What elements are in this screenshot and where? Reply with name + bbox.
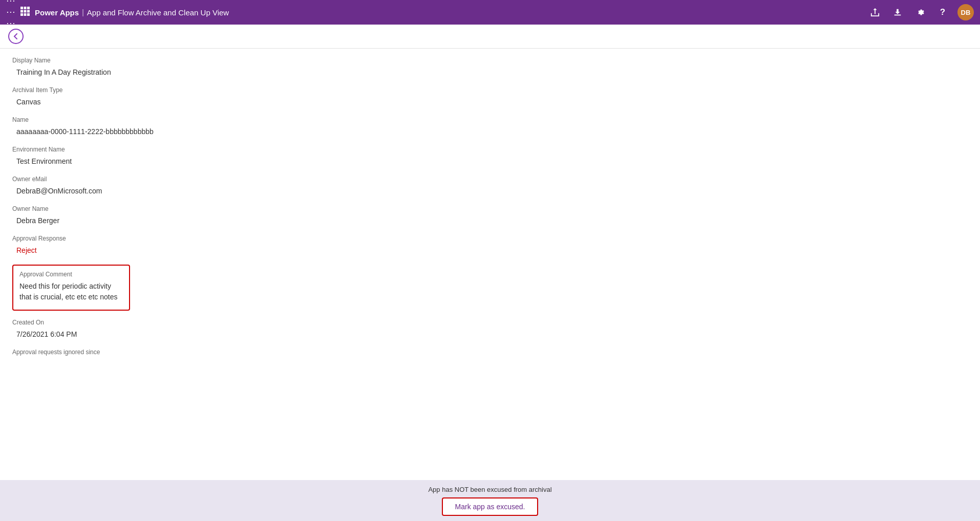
waffle-icon[interactable] (20, 7, 30, 18)
environment-name-label: Environment Name (12, 146, 968, 153)
approval-ignored-since-field: Approval requests ignored since (12, 349, 968, 362)
settings-icon[interactable] (912, 5, 928, 20)
approval-response-field: Approval Response Reject (12, 235, 968, 256)
owner-name-value: Debra Berger (12, 214, 968, 227)
content-area: Display Name Training In A Day Registrat… (0, 49, 980, 480)
svg-rect-4 (24, 10, 27, 12)
mark-excused-button[interactable]: Mark app as excused. (442, 497, 539, 516)
svg-rect-0 (20, 7, 23, 9)
approval-comment-label: Approval Comment (19, 271, 123, 278)
name-field: Name aaaaaaaa-0000-1111-2222-bbbbbbbbbbb… (12, 116, 968, 138)
archival-item-type-label: Archival Item Type (12, 86, 968, 94)
svg-rect-8 (27, 13, 30, 16)
svg-rect-2 (27, 7, 30, 9)
svg-rect-3 (20, 10, 23, 12)
app-name-label: Power Apps (35, 8, 79, 17)
owner-name-field: Owner Name Debra Berger (12, 205, 968, 227)
svg-rect-7 (24, 13, 27, 16)
archival-item-type-value: Canvas (12, 96, 968, 108)
approval-response-value: Reject (12, 244, 968, 256)
approval-comment-box: Approval Comment Need this for periodic … (12, 265, 130, 311)
display-name-label: Display Name (12, 57, 968, 64)
environment-name-value: Test Environment (12, 155, 968, 167)
name-value: aaaaaaaa-0000-1111-2222-bbbbbbbbbbbb (12, 125, 968, 138)
owner-email-label: Owner eMail (12, 176, 968, 183)
owner-name-label: Owner Name (12, 205, 968, 212)
approval-ignored-since-label: Approval requests ignored since (12, 349, 968, 356)
name-label: Name (12, 116, 968, 123)
environment-name-field: Environment Name Test Environment (12, 146, 968, 167)
excusal-status-text: App has NOT been excused from archival (428, 486, 551, 493)
download-icon[interactable] (890, 5, 905, 20)
approval-comment-value: Need this for periodic activity that is … (19, 281, 123, 302)
display-name-value: Training In A Day Registration (12, 66, 968, 78)
svg-rect-1 (24, 7, 27, 9)
owner-email-field: Owner eMail DebraB@OnMicrosoft.com (12, 176, 968, 197)
back-button[interactable] (8, 29, 24, 44)
approval-ignored-since-value (12, 358, 968, 362)
help-icon[interactable]: ? (935, 5, 950, 20)
created-on-field: Created On 7/26/2021 6:04 PM (12, 319, 968, 340)
top-nav: ⋅⋅⋅⋅⋅⋅⋅⋅⋅ Power Apps | App and Flow Arch… (0, 0, 980, 25)
archival-item-type-field: Archival Item Type Canvas (12, 86, 968, 108)
nav-separator: | (82, 8, 84, 16)
svg-rect-6 (20, 13, 23, 16)
bottom-bar: App has NOT been excused from archival M… (0, 480, 980, 521)
approval-response-label: Approval Response (12, 235, 968, 242)
sub-header (0, 25, 980, 49)
main-wrapper: Display Name Training In A Day Registrat… (0, 25, 980, 521)
display-name-field: Display Name Training In A Day Registrat… (12, 57, 968, 78)
created-on-label: Created On (12, 319, 968, 326)
svg-rect-5 (27, 10, 30, 12)
owner-email-value: DebraB@OnMicrosoft.com (12, 185, 968, 197)
created-on-value: 7/26/2021 6:04 PM (12, 328, 968, 340)
share-icon[interactable] (867, 5, 883, 20)
avatar[interactable]: DB (957, 4, 974, 20)
page-title: App and Flow Archive and Clean Up View (87, 8, 229, 17)
